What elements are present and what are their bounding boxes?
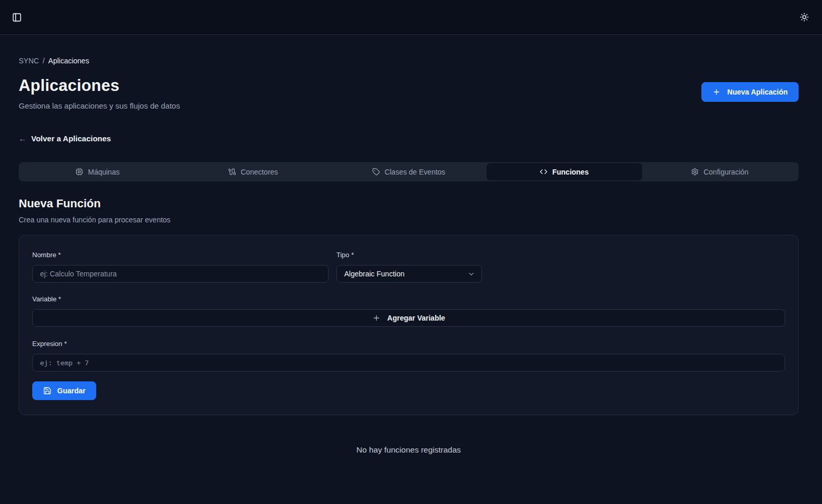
back-to-applications-link[interactable]: ← Volver a Aplicaciones [19,134,111,143]
tab-conectores[interactable]: Conectores [175,163,331,180]
new-function-form-card: Nombre * Tipo * Algebraic Function Varia… [19,235,799,415]
section-subtitle: Crea una nueva función para procesar eve… [19,216,799,224]
tab-label: Configuración [703,168,748,176]
expression-field-group: Expresion * [32,340,785,372]
add-variable-label: Agregar Variable [387,314,445,322]
save-button[interactable]: Guardar [32,381,96,400]
tablist: Máquinas Conectores Clases de Eventos Fu… [19,162,799,181]
gear-icon [691,168,699,176]
breadcrumb: SYNC / Aplicaciones [19,57,799,65]
section-title: Nueva Función [19,197,799,210]
panel-left-icon [12,12,22,22]
breadcrumb-separator: / [43,57,45,65]
variable-field-group: Variable * Agregar Variable [32,295,785,327]
page-header: Aplicaciones Gestiona las aplicaciones y… [19,76,799,110]
expression-input[interactable] [32,354,785,372]
tab-label: Máquinas [88,168,120,176]
back-link-label: Volver a Aplicaciones [31,134,111,143]
page-subtitle: Gestiona las aplicaciones y sus flujos d… [19,101,180,110]
name-field-group: Nombre * [32,251,329,283]
sun-icon [800,12,809,22]
expression-label: Expresion * [32,340,785,348]
tab-label: Conectores [241,168,278,176]
tab-funciones[interactable]: Funciones [487,163,642,180]
theme-toggle-button[interactable] [797,9,812,25]
form-row-name-type: Nombre * Tipo * Algebraic Function [32,251,785,283]
variable-label: Variable * [32,295,785,303]
type-field-group: Tipo * Algebraic Function [336,251,482,283]
tab-maquinas[interactable]: Máquinas [20,163,175,180]
name-input[interactable] [32,265,329,283]
breadcrumb-current: Aplicaciones [48,57,89,65]
tab-clases-de-eventos[interactable]: Clases de Eventos [331,163,486,180]
new-application-button[interactable]: Nueva Aplicación [701,82,799,102]
type-select[interactable]: Algebraic Function [336,265,482,283]
arrow-left-icon: ← [19,134,27,143]
page-title: Aplicaciones [19,76,180,95]
cpu-icon [75,168,83,176]
tab-label: Funciones [552,168,589,176]
tag-icon [372,168,380,176]
type-label: Tipo * [336,251,482,259]
type-select-value: Algebraic Function [344,270,405,278]
plus-icon [712,88,721,96]
save-icon [43,387,51,395]
breadcrumb-root[interactable]: SYNC [19,57,39,65]
new-application-label: Nueva Aplicación [727,88,788,96]
cable-icon [228,168,236,176]
add-variable-button[interactable]: Agregar Variable [32,309,785,327]
tab-configuracion[interactable]: Configuración [642,163,798,180]
topbar [0,0,822,35]
page-header-text: Aplicaciones Gestiona las aplicaciones y… [19,76,180,110]
sidebar-toggle-button[interactable] [9,9,24,25]
code-icon [540,168,547,176]
save-button-label: Guardar [57,387,85,395]
tab-label: Clases de Eventos [385,168,446,176]
plus-icon [372,314,381,322]
main-content: SYNC / Aplicaciones Aplicaciones Gestion… [0,57,822,455]
empty-state-message: No hay funciones registradas [19,445,799,455]
name-label: Nombre * [32,251,329,259]
chevron-down-icon [467,270,475,278]
